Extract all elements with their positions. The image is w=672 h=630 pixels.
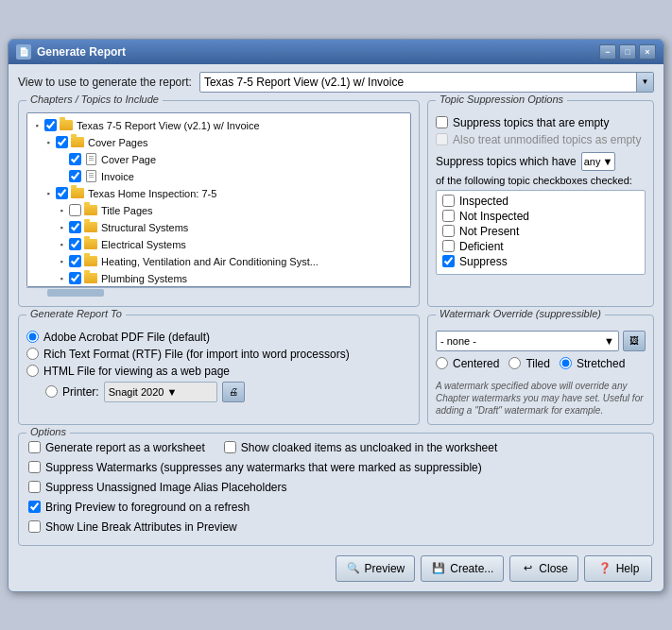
pdf-radio-row: Adobe Acrobat PDF File (default) [26, 331, 411, 344]
tiled-radio[interactable] [508, 357, 521, 369]
tree-item[interactable]: Invoice [29, 168, 408, 185]
rtf-radio[interactable] [26, 348, 39, 360]
watermark-note: A watermark specified above will overrid… [436, 380, 646, 417]
tree-item[interactable]: ▪ Texas 7-5 Report View (v2.1) w/ Invoic… [29, 117, 408, 134]
any-dropdown[interactable]: any ▼ [581, 152, 616, 171]
tree-item-label: Title Pages [101, 205, 153, 216]
stretched-row: Stretched [560, 357, 625, 370]
tree-toggle[interactable]: ▪ [56, 239, 67, 250]
suppress-unassigned-label: Suppress Unassigned Image Alias Placehol… [45, 481, 286, 494]
worksheet-label: Generate report as a worksheet [45, 441, 205, 454]
pdf-radio[interactable] [26, 331, 39, 343]
tree-toggle[interactable]: ▪ [56, 205, 67, 216]
folder-icon [70, 135, 85, 150]
tree-checkbox-plumbing[interactable] [69, 272, 81, 284]
view-dropdown[interactable]: Texas 7-5 Report View (v2.1) w/ Invoice … [199, 72, 654, 93]
tree-item[interactable]: ▪ Structural Systems [29, 219, 408, 236]
tree-checkbox-texas-home[interactable] [56, 187, 68, 199]
minimize-button[interactable]: − [599, 44, 616, 60]
printer-label: Printer: [62, 385, 99, 399]
tree-toggle[interactable]: ▪ [56, 273, 67, 284]
preview-button[interactable]: 🔍 Preview [336, 555, 416, 582]
main-panels: Chapters / Topics to Include ▪ Texas 7-5… [18, 100, 654, 307]
worksheet-checkbox[interactable] [28, 441, 41, 453]
html-radio[interactable] [26, 365, 39, 377]
tree-checkbox-root[interactable] [44, 119, 57, 131]
generate-report-window: 📄 Generate Report − □ × View to use to g… [8, 39, 664, 592]
maximize-button[interactable]: □ [619, 44, 636, 60]
suppress-checkbox[interactable] [442, 255, 455, 267]
deficient-checkbox[interactable] [442, 240, 455, 252]
inspected-label: Inspected [459, 195, 508, 208]
options-grid: Generate report as a worksheet Show cloa… [28, 441, 644, 537]
window-icon: 📄 [16, 44, 31, 60]
bring-preview-label: Bring Preview to foreground on a refresh [45, 501, 250, 514]
tree-toggle[interactable]: ▪ [56, 256, 67, 267]
html-label: HTML File for viewing as a web page [43, 365, 230, 378]
tree-checkbox-invoice[interactable] [69, 170, 81, 182]
tree-spacer [56, 154, 67, 165]
folder-icon [83, 220, 98, 235]
tree-item-label: Plumbing Systems [101, 273, 187, 284]
tree-container[interactable]: ▪ Texas 7-5 Report View (v2.1) w/ Invoic… [26, 112, 411, 287]
deficient-row: Deficient [442, 240, 639, 253]
tree-checkbox-heating[interactable] [69, 255, 81, 267]
help-label: Help [616, 562, 640, 575]
watermark-dropdown[interactable]: - none - ▼ [436, 331, 619, 351]
suppress-unassigned-checkbox[interactable] [28, 481, 41, 493]
show-linebreak-checkbox[interactable] [28, 520, 41, 533]
printer-dropdown[interactable]: Snagit 2020 ▼ [104, 382, 217, 402]
suppress-which-label: Suppress topics which have [436, 155, 577, 168]
help-button[interactable]: ❓ Help [584, 555, 652, 582]
close-window-button[interactable]: × [639, 44, 656, 60]
printer-radio[interactable] [45, 385, 58, 398]
not-inspected-checkbox[interactable] [442, 210, 455, 222]
tree-toggle[interactable]: ▪ [43, 188, 54, 199]
tree-checkbox-structural[interactable] [69, 221, 81, 233]
tree-item[interactable]: ▪ Texas Home Inspection: 7-5 [29, 185, 408, 202]
stretched-radio[interactable] [560, 357, 572, 369]
show-cloaked-checkbox[interactable] [224, 441, 236, 453]
suppress-watermarks-checkbox[interactable] [28, 461, 41, 473]
any-dropdown-value: any [584, 156, 601, 167]
tree-item[interactable]: ▪ Electrical Systems [29, 236, 408, 253]
centered-row: Centered [436, 357, 499, 370]
inspected-checkbox[interactable] [442, 195, 455, 207]
show-cloaked-label: Show cloaked items as uncloaked in the w… [241, 441, 497, 454]
printer-settings-button[interactable]: 🖨 [222, 382, 245, 402]
tree-checkbox-cover-page[interactable] [69, 153, 81, 165]
preview-icon: 🔍 [346, 561, 361, 576]
tree-toggle[interactable]: ▪ [31, 120, 43, 131]
not-inspected-row: Not Inspected [442, 210, 639, 223]
close-button[interactable]: ↩ Close [509, 555, 578, 582]
tree-item-label: Cover Pages [88, 137, 148, 148]
inspected-row: Inspected [442, 195, 639, 208]
watermark-image-button[interactable]: 🖼 [623, 331, 646, 351]
tree-item[interactable]: Cover Page [29, 151, 408, 168]
chapters-panel: Chapters / Topics to Include ▪ Texas 7-5… [18, 100, 420, 307]
unmodified-checkbox[interactable] [436, 133, 448, 145]
not-present-checkbox[interactable] [442, 225, 455, 237]
tree-item[interactable]: ▪ Plumbing Systems [29, 270, 408, 287]
rtf-radio-row: Rich Text Format (RTF) File (for import … [26, 348, 411, 361]
tree-toggle[interactable]: ▪ [56, 222, 67, 233]
bottom-panels: Generate Report To Adobe Acrobat PDF Fil… [18, 315, 654, 425]
tree-scrollbar-h[interactable] [26, 287, 411, 298]
tree-spacer [56, 171, 67, 182]
tree-checkbox-title-pages[interactable] [69, 204, 81, 216]
tree-item[interactable]: ▪ Title Pages [29, 202, 408, 219]
tree-checkbox-electrical[interactable] [69, 238, 81, 250]
help-icon: ❓ [597, 561, 612, 576]
tree-toggle[interactable]: ▪ [43, 137, 54, 148]
view-dropdown-arrow: ▼ [636, 73, 653, 92]
bring-preview-checkbox[interactable] [28, 501, 41, 513]
titlebar: 📄 Generate Report − □ × [9, 40, 663, 64]
suppress-empty-checkbox[interactable] [436, 116, 448, 128]
rtf-label: Rich Text Format (RTF) File (for import … [43, 348, 350, 361]
tree-item[interactable]: ▪ Cover Pages [29, 134, 408, 151]
generate-to-label: Generate Report To [26, 308, 126, 319]
tree-checkbox-cover-pages[interactable] [56, 136, 68, 148]
create-button[interactable]: 💾 Create... [421, 555, 504, 582]
centered-radio[interactable] [436, 357, 448, 369]
tree-item[interactable]: ▪ Heating, Ventilation and Air Condition… [29, 253, 408, 270]
